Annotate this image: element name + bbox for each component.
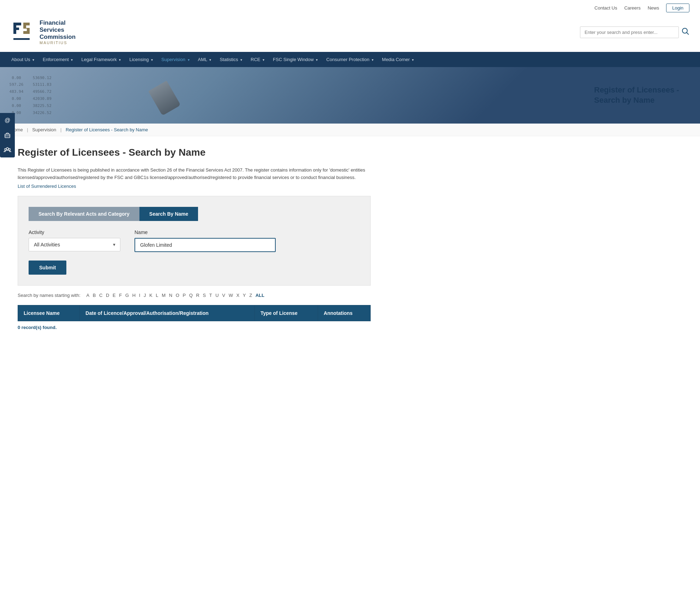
alpha-b[interactable]: B [93,293,96,298]
login-button[interactable]: Login [666,4,689,12]
tab-name-button[interactable]: Search By Name [139,207,198,221]
contact-link[interactable]: Contact Us [594,5,617,11]
alpha-o[interactable]: O [176,293,179,298]
alpha-r[interactable]: R [196,293,199,298]
svg-rect-2 [13,23,21,25]
hero-title: Register of Licensees - Search by Name [594,85,686,105]
svg-point-9 [6,148,8,150]
group-side-icon[interactable] [0,143,15,157]
name-label: Name [134,229,276,235]
alpha-w[interactable]: W [229,293,233,298]
breadcrumb: Home | Supervision | Register of License… [0,124,700,136]
search-form-row: Activity All Activities Name [29,229,360,252]
fsc-logo-icon [11,20,35,44]
svg-point-10 [5,149,6,150]
nav-item-enforcement[interactable]: Enforcement ▾ [38,52,77,67]
results-table: Licensee Name Date of Licence/Approval/A… [18,305,371,321]
briefcase-icon [4,132,11,139]
svg-rect-4 [13,38,30,40]
email-side-icon[interactable]: @ [0,113,15,128]
nav-item-statistics[interactable]: Statistics ▾ [215,52,246,67]
group-icon [4,146,11,154]
nav-item-media[interactable]: Media Corner ▾ [378,52,418,67]
alpha-x[interactable]: X [237,293,240,298]
alpha-all[interactable]: ALL [256,293,264,298]
records-found: 0 record(s) found. [18,321,371,334]
alpha-f[interactable]: F [119,293,122,298]
alpha-s[interactable]: S [203,293,206,298]
surrendered-licences-link[interactable]: List of Surrendered Licences [18,184,371,189]
search-icon [682,28,689,35]
alpha-c[interactable]: C [99,293,102,298]
alpha-t[interactable]: T [209,293,212,298]
main-nav: About Us ▾ Enforcement ▾ Legal Framework… [0,52,700,67]
briefcase-side-icon[interactable] [0,128,15,143]
alpha-e[interactable]: E [113,293,116,298]
alpha-m[interactable]: M [162,293,166,298]
col-annotations: Annotations [318,305,371,321]
breadcrumb-current: Register of Licensees - Search by Name [66,127,148,132]
nav-item-licensing[interactable]: Licensing ▾ [125,52,157,67]
breadcrumb-sep-1: | [27,127,28,132]
svg-line-6 [687,32,689,35]
alpha-k[interactable]: K [149,293,152,298]
alpha-u[interactable]: U [215,293,219,298]
table-header-row: Licensee Name Date of Licence/Approval/A… [18,305,371,321]
alpha-l[interactable]: L [156,293,158,298]
alpha-d[interactable]: D [106,293,109,298]
alpha-search: Search by names starting with: A B C D E… [18,286,371,305]
alpha-q[interactable]: Q [189,293,193,298]
col-licensee-name: Licensee Name [18,305,80,321]
activity-form-group: Activity All Activities [29,229,120,251]
main-content: Register of Licensees - Search by Name T… [0,136,388,344]
logo-text: Financial Services Commission MAURITIUS [40,19,76,45]
hero-numbers: 0.00 53690.12 597.26 53111.83 483.94 495… [0,71,59,120]
alpha-n[interactable]: N [169,293,172,298]
search-button[interactable] [682,28,689,37]
tab-acts-button[interactable]: Search By Relevant Acts and Category [29,207,139,221]
alpha-g[interactable]: G [125,293,129,298]
logo-area: Financial Services Commission MAURITIUS [11,19,76,45]
name-form-group: Name [134,229,276,252]
alpha-j[interactable]: J [144,293,146,298]
breadcrumb-sep-2: | [60,127,61,132]
side-icons: @ [0,113,15,157]
alpha-z[interactable]: Z [249,293,252,298]
hero-banner: 0.00 53690.12 597.26 53111.83 483.94 495… [0,67,700,124]
breadcrumb-supervision[interactable]: Supervision [32,127,56,132]
alpha-i[interactable]: I [139,293,140,298]
col-type-license: Type of License [255,305,318,321]
activity-select-wrapper: All Activities [29,238,120,251]
search-section: Search By Relevant Acts and Category Sea… [18,196,371,286]
svg-point-11 [9,149,11,150]
nav-item-legal[interactable]: Legal Framework ▾ [77,52,125,67]
search-input[interactable] [580,26,679,38]
top-bar: Contact Us Careers News Login [0,0,700,16]
nav-item-aml[interactable]: AML ▾ [194,52,216,67]
col-date: Date of Licence/Approval/Authorisation/R… [80,305,255,321]
nav-item-consumer[interactable]: Consumer Protection ▾ [322,52,378,67]
name-input[interactable] [134,238,276,252]
activity-select[interactable]: All Activities [29,238,120,251]
submit-button[interactable]: Submit [29,261,66,275]
alpha-a[interactable]: A [86,293,89,298]
search-tabs: Search By Relevant Acts and Category Sea… [29,207,360,221]
alpha-h[interactable]: H [132,293,136,298]
alpha-y[interactable]: Y [243,293,246,298]
description-text: This Register of Licensees is being publ… [18,167,371,181]
careers-link[interactable]: Careers [624,5,640,11]
nav-item-fsc-window[interactable]: FSC Single Window ▾ [269,52,322,67]
nav-item-about[interactable]: About Us ▾ [7,52,38,67]
svg-point-5 [682,28,687,33]
svg-rect-3 [13,28,19,30]
alpha-prefix: Search by names starting with: [18,293,80,298]
page-title: Register of Licensees - Search by Name [18,147,371,158]
activity-label: Activity [29,229,120,235]
search-area [580,26,689,38]
nav-item-rce[interactable]: RCE ▾ [246,52,269,67]
nav-item-supervision[interactable]: Supervision ▾ [157,52,194,67]
news-link[interactable]: News [648,5,659,11]
alpha-v[interactable]: V [222,293,225,298]
header: Financial Services Commission MAURITIUS [0,16,700,52]
alpha-p[interactable]: P [183,293,186,298]
